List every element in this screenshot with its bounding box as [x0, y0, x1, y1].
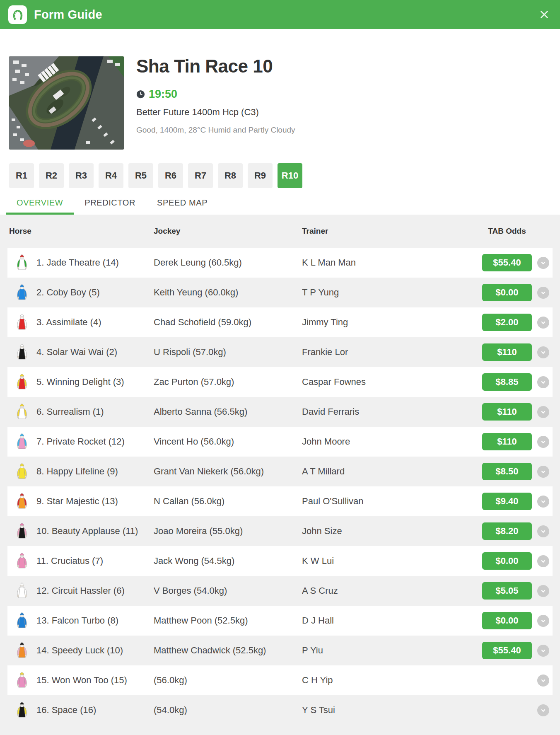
chevron-down-icon[interactable] — [537, 317, 549, 329]
table-row[interactable]: 3. Assimilate (4) Chad Schofield (59.0kg… — [7, 307, 553, 337]
jockey-name: V Borges (54.0kg) — [154, 585, 302, 596]
race-conditions: Good, 1400m, 28°C Humid and Partly Cloud… — [136, 126, 295, 135]
chevron-down-icon[interactable] — [537, 287, 549, 299]
race-number-button[interactable]: R3 — [69, 163, 94, 188]
chevron-down-icon[interactable] — [537, 585, 549, 597]
form-guide-window: Form Guide — [0, 0, 560, 735]
jockey-name: Matthew Poon (52.5kg) — [154, 615, 302, 626]
odds-button[interactable]: $55.40 — [482, 254, 532, 271]
odds-button[interactable]: $5.05 — [482, 582, 532, 600]
jockey-silks-icon — [7, 373, 36, 391]
table-row[interactable]: 5. Winning Delight (3) Zac Purton (57.0k… — [7, 367, 553, 397]
odds-button[interactable]: $2.00 — [482, 314, 532, 331]
jockey-name: N Callan (56.0kg) — [154, 496, 302, 507]
trainer-name: Jimmy Ting — [302, 317, 482, 328]
jockey-name: Derek Leung (60.5kg) — [154, 257, 302, 268]
chevron-down-icon[interactable] — [537, 704, 549, 716]
horse-name: 7. Private Rocket (12) — [36, 436, 154, 447]
chevron-down-icon[interactable] — [537, 555, 549, 567]
race-header: Sha Tin Race 10 19:50 Better Future 1400… — [0, 29, 560, 150]
race-number-button[interactable]: R5 — [128, 163, 153, 188]
odds-button[interactable]: $8.85 — [482, 373, 532, 391]
table-row[interactable]: 15. Won Won Too (15) (56.0kg) C H Yip — [7, 665, 553, 695]
jockey-name: (54.0kg) — [154, 705, 302, 716]
odds-button[interactable]: $110 — [482, 403, 532, 421]
jockey-silks-icon — [7, 492, 36, 510]
chevron-down-icon[interactable] — [537, 406, 549, 418]
odds-button[interactable]: $55.40 — [482, 642, 532, 659]
race-number-button[interactable]: R8 — [218, 163, 243, 188]
horse-name: 10. Beauty Applause (11) — [36, 526, 154, 537]
table-row[interactable]: 14. Speedy Luck (10) Matthew Chadwick (5… — [7, 636, 553, 665]
odds-button[interactable]: $110 — [482, 433, 532, 450]
race-number-button[interactable]: R2 — [39, 163, 64, 188]
trainer-name: Y S Tsui — [302, 705, 482, 716]
race-number-button[interactable]: R7 — [188, 163, 213, 188]
column-header-jockey: Jockey — [154, 227, 302, 236]
odds-button[interactable]: $0.00 — [482, 284, 532, 301]
horse-name: 1. Jade Theatre (14) — [36, 257, 154, 268]
jockey-silks-icon — [7, 403, 36, 421]
trainer-name: A T Millard — [302, 466, 482, 477]
horse-name: 13. Falcon Turbo (8) — [36, 615, 154, 626]
table-row[interactable]: 12. Circuit Hassler (6) V Borges (54.0kg… — [7, 576, 553, 606]
tab[interactable]: SPEED MAP — [146, 191, 218, 215]
trainer-name: David Ferraris — [302, 406, 482, 417]
odds-button[interactable]: $9.40 — [482, 493, 532, 510]
odds-button[interactable]: $8.50 — [482, 463, 532, 480]
table-row[interactable]: 8. Happy Lifeline (9) Grant Van Niekerk … — [7, 457, 553, 486]
chevron-down-icon[interactable] — [537, 496, 549, 508]
horse-name: 11. Cruciatus (7) — [36, 556, 154, 566]
table-row[interactable]: 6. Surrealism (1) Alberto Sanna (56.5kg)… — [7, 397, 553, 427]
tab[interactable]: OVERVIEW — [6, 191, 74, 215]
horse-name: 8. Happy Lifeline (9) — [36, 466, 154, 477]
table-row[interactable]: 4. Solar Wai Wai (2) U Rispoli (57.0kg) … — [7, 337, 553, 367]
chevron-down-icon[interactable] — [537, 436, 549, 448]
chevron-down-icon[interactable] — [537, 615, 549, 627]
odds-button[interactable]: $0.00 — [482, 552, 532, 570]
race-number-button[interactable]: R6 — [158, 163, 183, 188]
table-row[interactable]: 16. Space (16) (54.0kg) Y S Tsui — [7, 695, 553, 725]
chevron-down-icon[interactable] — [537, 257, 549, 269]
odds-button[interactable]: $8.20 — [482, 522, 532, 540]
horse-name: 9. Star Majestic (13) — [36, 496, 154, 507]
top-bar: Form Guide — [0, 0, 560, 29]
tab[interactable]: PREDICTOR — [74, 191, 146, 215]
table-row[interactable]: 1. Jade Theatre (14) Derek Leung (60.5kg… — [7, 248, 553, 278]
chevron-down-icon[interactable] — [537, 466, 549, 478]
race-start-time: 19:50 — [149, 88, 177, 101]
race-number-button[interactable]: R1 — [9, 163, 34, 188]
close-icon[interactable] — [537, 7, 552, 22]
table-row[interactable]: 9. Star Majestic (13) N Callan (56.0kg) … — [7, 486, 553, 516]
race-title: Sha Tin Race 10 — [136, 57, 295, 75]
odds-button[interactable]: $110 — [482, 343, 532, 361]
horse-name: 14. Speedy Luck (10) — [36, 645, 154, 656]
chevron-down-icon[interactable] — [537, 645, 549, 657]
horse-name: 6. Surrealism (1) — [36, 406, 154, 417]
column-header-horse: Horse — [7, 227, 154, 236]
trainer-name: K W Lui — [302, 556, 482, 566]
chevron-down-icon[interactable] — [537, 525, 549, 537]
jockey-name: Matthew Chadwick (52.5kg) — [154, 645, 302, 656]
race-number-button[interactable]: R10 — [278, 163, 302, 188]
chevron-down-icon[interactable] — [537, 376, 549, 388]
trainer-name: Frankie Lor — [302, 347, 482, 358]
trainer-name: John Moore — [302, 436, 482, 447]
trainer-name: K L Man Man — [302, 257, 482, 268]
odds-button[interactable]: $0.00 — [482, 612, 532, 629]
horseshoe-icon — [8, 5, 27, 24]
table-row[interactable]: 2. Coby Boy (5) Keith Yeung (60.0kg) T P… — [7, 278, 553, 307]
jockey-name: Grant Van Niekerk (56.0kg) — [154, 466, 302, 477]
table-row[interactable]: 11. Cruciatus (7) Jack Wong (54.5kg) K W… — [7, 546, 553, 576]
race-info: Sha Tin Race 10 19:50 Better Future 1400… — [136, 56, 295, 150]
chevron-down-icon[interactable] — [537, 346, 549, 358]
table-row[interactable]: 7. Private Rocket (12) Vincent Ho (56.0k… — [7, 427, 553, 457]
trainer-name: Caspar Fownes — [302, 377, 482, 387]
race-number-button[interactable]: R9 — [248, 163, 273, 188]
table-row[interactable]: 10. Beauty Applause (11) Joao Moreira (5… — [7, 516, 553, 546]
column-header-odds: TAB Odds — [482, 227, 532, 236]
table-row[interactable]: 13. Falcon Turbo (8) Matthew Poon (52.5k… — [7, 606, 553, 636]
jockey-name: (56.0kg) — [154, 675, 302, 686]
chevron-down-icon[interactable] — [537, 675, 549, 687]
race-number-button[interactable]: R4 — [99, 163, 123, 188]
